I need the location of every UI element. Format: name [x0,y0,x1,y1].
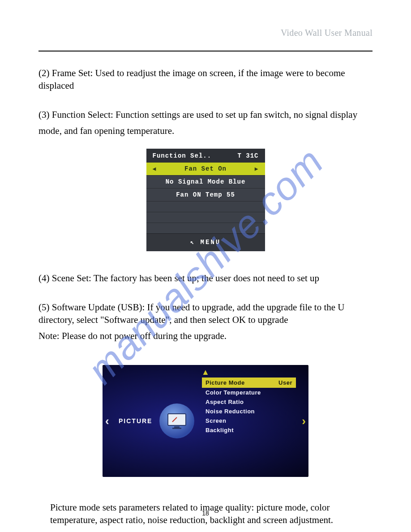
picture-menu-list: Picture Mode User Color Temperature Aspe… [206,378,296,435]
menu-footer[interactable]: ↖ MENU [146,233,265,251]
menu-item-aspect-ratio[interactable]: Aspect Ratio [206,397,296,407]
divider [39,51,372,51]
para-software-update: (5) Software Update (USB): If you need t… [39,301,372,326]
menu-item-label: Fan Set On [184,165,227,172]
nav-right-icon[interactable]: › [302,414,306,428]
menu-item-picture-mode[interactable]: Picture Mode User [202,378,296,388]
menu-item-empty [146,223,265,233]
function-select-menu: Function Sel.. T 31C ◀ Fan Set On ▶ No S… [146,149,265,251]
para-function-select-a: (3) Function Select: Function settings a… [39,108,372,121]
menu-item-no-signal[interactable]: No Signal Mode Blue [146,175,265,188]
menu-item-backlight[interactable]: Backlight [206,425,296,435]
para-scene-set: (4) Scene Set: The factory has been set … [39,272,372,284]
picture-section-label: PICTURE [119,417,152,425]
menu-item-empty [146,201,265,212]
page-number: 18 [202,510,209,517]
arrow-left-icon: ◀ [153,165,157,172]
menu-footer-label: MENU [201,239,221,246]
menu-item-noise-reduction[interactable]: Noise Reduction [206,407,296,416]
svg-rect-1 [174,426,180,428]
back-arrow-icon: ↖ [190,239,195,246]
para-software-update-note: Note: Please do not power off during the… [39,330,372,342]
svg-rect-0 [168,414,186,425]
menu-item-label: Picture Mode [206,379,245,386]
para-frame-set: (2) Frame Set: Used to readjust the imag… [39,67,372,92]
menu-title: Function Sel.. [153,152,212,159]
menu-item-fan-temp[interactable]: Fan ON Temp 55 [146,188,265,201]
menu-temperature: T 31C [237,152,258,159]
picture-menu: ▲ ‹ › PICTURE Picture Mode User [103,365,308,477]
monitor-icon [159,403,194,438]
arrow-right-icon: ▶ [255,165,259,172]
picture-section-left: PICTURE [107,365,197,477]
menu-item-value: User [278,379,292,386]
menu-item-empty [146,212,265,223]
triangle-up-icon: ▲ [201,368,210,377]
para-function-select-b: mode, and fan opening temperature. [39,124,372,137]
menu-item-fan-set[interactable]: ◀ Fan Set On ▶ [146,162,265,175]
svg-rect-2 [172,428,181,429]
header-title: Video Wall User Manual [39,28,372,38]
menu-header: Function Sel.. T 31C [146,149,265,162]
menu-item-screen[interactable]: Screen [206,416,296,425]
menu-item-color-temperature[interactable]: Color Temperature [206,388,296,397]
